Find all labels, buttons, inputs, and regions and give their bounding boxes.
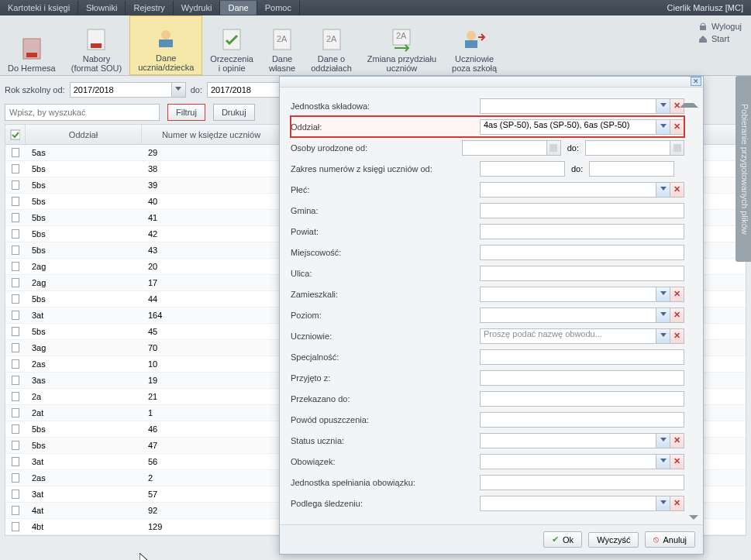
input-poziom[interactable] <box>480 307 656 323</box>
clear-button[interactable]: ✕ <box>670 98 684 114</box>
ribbon-dane-oddzialy[interactable]: 2A Dane o oddziałach <box>303 15 360 75</box>
tab-wydruki[interactable]: Wydruki <box>174 1 221 15</box>
row-checkbox[interactable] <box>12 408 19 417</box>
col-numer[interactable]: Numer w księdze uczniów <box>142 125 281 144</box>
year-from-combo[interactable] <box>70 82 186 98</box>
dropdown-button[interactable] <box>656 328 670 344</box>
row-checkbox[interactable] <box>12 213 19 222</box>
dialog-close-button[interactable]: ✕ <box>691 77 701 86</box>
input-zamieszkali[interactable] <box>480 287 656 302</box>
dropdown-button[interactable] <box>656 496 670 511</box>
row-checkbox[interactable] <box>12 376 19 385</box>
dropdown-button[interactable] <box>656 119 670 135</box>
row-checkbox[interactable] <box>12 180 19 190</box>
clear-button[interactable]: ✕ <box>670 119 684 135</box>
row-checkbox[interactable] <box>12 457 19 466</box>
row-checkbox[interactable] <box>12 392 19 401</box>
calendar-icon[interactable] <box>670 140 684 156</box>
input-jednostka-sp[interactable] <box>480 475 684 490</box>
clear-button[interactable]: ✕ <box>670 433 684 448</box>
dropdown-button[interactable] <box>656 98 670 114</box>
tab-pomoc[interactable]: Pomoc <box>257 1 300 15</box>
row-checkbox[interactable] <box>12 311 19 320</box>
row-checkbox[interactable] <box>12 506 19 515</box>
input-jednostka[interactable] <box>480 98 656 114</box>
row-checkbox[interactable] <box>12 522 19 531</box>
input-uczniowie[interactable]: Proszę podać nazwę obwodu... <box>480 328 656 344</box>
row-checkbox[interactable] <box>12 294 19 304</box>
dropdown-button[interactable] <box>656 454 670 469</box>
row-checkbox[interactable] <box>12 359 19 369</box>
input-podlega[interactable] <box>480 496 656 511</box>
row-checkbox[interactable] <box>12 246 19 255</box>
dropdown-button[interactable] <box>656 433 670 448</box>
input-miejscowosc[interactable] <box>480 245 684 260</box>
downloads-side-tab[interactable]: Pobieranie przygotowanych plików <box>735 76 751 262</box>
input-powiat[interactable] <box>480 224 684 239</box>
print-button[interactable]: Drukuj <box>213 104 255 121</box>
clear-button[interactable]: ✕ <box>670 287 684 302</box>
row-checkbox[interactable] <box>12 473 19 483</box>
input-przyjeto[interactable] <box>480 370 684 386</box>
input-status[interactable] <box>480 433 656 448</box>
cell-oddzial: 2a <box>26 392 142 401</box>
search-input[interactable] <box>5 104 160 121</box>
ribbon-dane-wlasne[interactable]: 2A Dane własne <box>261 15 303 75</box>
ribbon-dane-ucznia[interactable]: Dane ucznia/dziecka <box>129 15 202 75</box>
input-powod[interactable] <box>480 412 684 428</box>
logout-link[interactable]: Wyloguj <box>698 20 742 33</box>
year-from-input[interactable] <box>71 83 171 97</box>
row-checkbox[interactable] <box>12 278 19 287</box>
ribbon-zmiana-przydzialu[interactable]: 2A Zmiana przydziału uczniów <box>360 15 444 75</box>
clear-button[interactable]: ✕ <box>670 307 684 323</box>
input-ulica[interactable] <box>480 266 684 281</box>
row-checkbox[interactable] <box>12 229 19 239</box>
chevron-down-icon[interactable] <box>171 83 185 97</box>
row-checkbox[interactable] <box>12 197 19 206</box>
select-all-checkbox[interactable] <box>5 125 26 144</box>
row-checkbox[interactable] <box>12 327 19 336</box>
input-osoby-to[interactable] <box>585 140 670 156</box>
tab-kartoteki[interactable]: Kartoteki i księgi <box>0 1 78 15</box>
ribbon-do-hermesa[interactable]: Do Hermesa <box>0 15 64 75</box>
ribbon-orzeczenia[interactable]: Orzeczenia i opinie <box>202 15 261 75</box>
filter-button[interactable]: Filtruj <box>167 104 205 121</box>
row-checkbox[interactable] <box>12 262 19 271</box>
input-zakres-from[interactable] <box>480 161 565 177</box>
start-link[interactable]: Start <box>698 33 742 45</box>
input-plec[interactable] <box>480 182 656 198</box>
input-obowiazek[interactable] <box>480 454 656 469</box>
ribbon-nabory[interactable]: Nabory (format SOU) <box>64 15 129 75</box>
clear-filters-button[interactable]: Wyczyść <box>588 532 639 548</box>
calendar-icon[interactable] <box>547 140 561 156</box>
svg-point-13 <box>467 31 476 40</box>
ok-button[interactable]: ✔Ok <box>543 531 582 548</box>
dropdown-button[interactable] <box>656 307 670 323</box>
lbl-jednostka: Jednostka składowa: <box>291 101 480 111</box>
input-osoby-from[interactable] <box>462 140 547 156</box>
row-checkbox[interactable] <box>12 148 19 157</box>
row-checkbox[interactable] <box>12 441 19 450</box>
input-przekazano[interactable] <box>480 391 684 407</box>
dropdown-button[interactable] <box>656 287 670 302</box>
clear-button[interactable]: ✕ <box>670 182 684 198</box>
input-zakres-to[interactable] <box>589 161 674 177</box>
row-checkbox[interactable] <box>12 343 19 352</box>
cancel-button[interactable]: ⦸Anuluj <box>645 531 695 548</box>
input-specjalnosc[interactable] <box>480 349 684 365</box>
input-oddzial[interactable]: 4as (SP-50), 5as (SP-50), 6as (SP-50) <box>480 119 656 135</box>
dropdown-button[interactable] <box>656 182 670 198</box>
clear-button[interactable]: ✕ <box>670 328 684 344</box>
tab-dane[interactable]: Dane <box>220 1 257 15</box>
input-gmina[interactable] <box>480 203 684 218</box>
row-checkbox[interactable] <box>12 424 19 434</box>
col-oddzial[interactable]: Oddział <box>26 125 142 144</box>
row-checkbox[interactable] <box>12 490 19 499</box>
tab-slowniki[interactable]: Słowniki <box>78 1 126 15</box>
clear-button[interactable]: ✕ <box>670 454 684 469</box>
ribbon-uczniowie-poza[interactable]: Uczniowie poza szkołą <box>444 15 505 75</box>
clear-button[interactable]: ✕ <box>670 496 684 511</box>
tab-rejestry[interactable]: Rejestry <box>126 1 173 15</box>
row-checkbox[interactable] <box>12 164 19 173</box>
pdf-document-icon <box>83 26 109 53</box>
